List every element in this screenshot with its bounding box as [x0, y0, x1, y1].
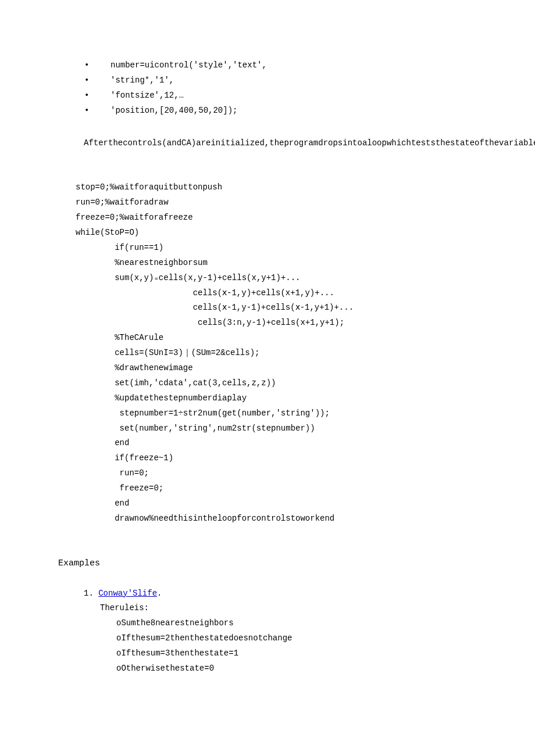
code-line: drawnow%needthisintheloopforcontrolstowo…: [76, 514, 334, 523]
rule-label: Theruleis:: [100, 601, 483, 616]
examples-heading: Examples: [58, 556, 483, 572]
document-page: number=uicontrol('style','text', 'string…: [0, 0, 535, 728]
code-line: run=0;: [76, 468, 149, 478]
code-line: %drawthenewimage: [76, 363, 193, 372]
code-line: freeze=0;: [76, 483, 163, 493]
bullet-list: number=uicontrol('style','text', 'string…: [76, 58, 483, 119]
conways-life-link[interactable]: Conway'Slife: [98, 589, 157, 598]
bullet-item: number=uicontrol('style','text',: [76, 58, 483, 73]
code-line: if(freeze~1): [76, 453, 173, 463]
bullet-item: 'position,[20,400,50,20]);: [76, 103, 483, 119]
code-line: cells=(SUnI=3)｜(SUm=2&cells);: [76, 348, 259, 357]
paragraph: Afterthecontrols(andCA)areinitialized,th…: [84, 136, 483, 151]
code-block: stop=0;%waitforaquitbuttonpush run=0;%wa…: [76, 165, 483, 526]
rule-sublist: oSumthe8nearestneighbors oIfthesum=2then…: [100, 616, 483, 676]
code-line: cells(3:n,y-1)+cells(x+1,y+1);: [76, 318, 344, 327]
code-line: sum(x,y)₌cells(x,y-1)+cells(x,y+1)+...: [76, 273, 301, 282]
rule-item: oIfthesum=2thenthestatedoesnotchange: [116, 631, 483, 646]
code-line: run=0;%waitforadraw: [76, 198, 169, 207]
code-line: end: [76, 499, 129, 508]
rule-item: oSumthe8nearestneighbors: [116, 616, 483, 631]
code-line: cells(ⅹ-1,y)+cells(x+1,y)+...: [76, 288, 334, 298]
rule-item: oIfthesum=3thenthestate=1: [116, 646, 483, 661]
code-line: stop=0;%waitforaquitbuttonpush: [76, 182, 222, 192]
rule-item: oOtherwisethestate=0: [116, 661, 483, 676]
code-line: end: [76, 438, 129, 447]
bullet-item: 'fontsize',12,…: [76, 88, 483, 103]
code-line: freeze=0;%waitforafreeze: [76, 213, 193, 222]
code-line: set(imh,'cdata',cat(3,cells,z,z)): [76, 378, 276, 388]
period: .: [157, 589, 162, 598]
examples-list: 1. Conway'Slife. Theruleis: oSumthe8near…: [76, 586, 483, 676]
code-line: %TheCArule: [76, 333, 163, 342]
example-item: 1. Conway'Slife. Theruleis: oSumthe8near…: [84, 586, 483, 676]
code-line: set(number,'string',num2str(stepnumber)): [76, 424, 315, 433]
code-line: if(run==1): [76, 243, 163, 252]
bullet-item: 'string*,'1',: [76, 73, 483, 88]
code-line: cells(ⅹ-1,y-1)+cells(ⅹ-1,y+1)+...: [76, 303, 354, 312]
code-line: stepnumber=1÷str2num(get(number,'string'…: [76, 409, 330, 418]
code-line: %updatethestepnumberdiaplay: [76, 393, 247, 403]
code-line: while(StoP=O): [76, 228, 139, 237]
example-number: 1.: [84, 586, 94, 601]
code-line: %nearestneighborsum: [76, 258, 208, 267]
